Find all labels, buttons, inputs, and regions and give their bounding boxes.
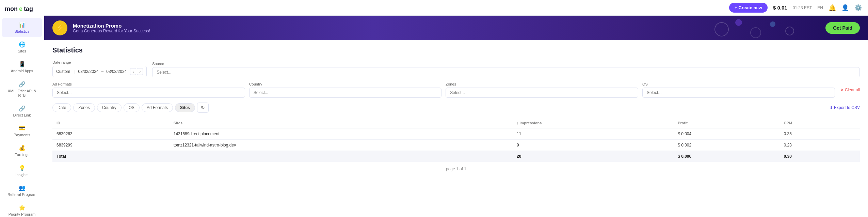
sidebar-item-payments[interactable]: 💳 Payments	[2, 122, 42, 141]
pagination: page 1 of 1	[52, 162, 860, 176]
col-sites: Sites	[170, 118, 513, 128]
footer-impressions: 20	[513, 151, 674, 162]
svg-point-2	[751, 28, 761, 38]
sidebar-item-earnings[interactable]: 💰 Earnings	[2, 141, 42, 160]
time-display: 01:23 EST	[793, 5, 812, 10]
col-profit: Profit	[674, 118, 779, 128]
get-paid-button[interactable]: Get Paid	[825, 22, 860, 34]
balance-display: $ 0.01	[773, 5, 787, 11]
sidebar-item-insights[interactable]: 💡 Insights	[2, 161, 42, 181]
os-label: OS	[642, 82, 835, 86]
source-group: Source	[152, 62, 860, 77]
content-area: Statistics Date range Custom | 03/02/202…	[44, 40, 868, 217]
referral-icon: 👥	[19, 185, 26, 191]
user-icon[interactable]: 👤	[841, 4, 849, 12]
sidebar-item-label: Direct Link	[13, 113, 31, 118]
cell-cpm: 0.23	[779, 140, 860, 151]
direct-link-icon: 🔗	[19, 105, 26, 112]
sidebar-item-priority[interactable]: ⭐ Priority Program	[2, 201, 42, 217]
date-next-button[interactable]: ›	[137, 68, 143, 75]
sidebar-item-label: Referral Program	[7, 192, 36, 197]
sidebar-item-direct-link[interactable]: 🔗 Direct Link	[2, 102, 42, 121]
settings-icon[interactable]: ⚙️	[854, 4, 862, 12]
svg-point-0	[715, 22, 728, 36]
cell-sites: 1431589direct.placement	[170, 128, 513, 140]
export-csv-button[interactable]: ⬇ Export to CSV	[830, 105, 860, 110]
col-impressions[interactable]: ↓ Impressions	[513, 118, 674, 128]
android-icon: 📱	[19, 61, 26, 67]
ad-formats-group: Ad Formats	[52, 82, 245, 98]
cell-impressions: 11	[513, 128, 674, 140]
promo-banner: ⚡ Monetization Promo Get a Generous Rewa…	[44, 16, 868, 40]
xml-icon: 🔗	[19, 81, 26, 88]
date-range-group: Date range Custom | 03/02/2024 – 03/03/2…	[52, 60, 147, 77]
date-preset: Custom	[56, 69, 70, 74]
topbar: + Create new $ 0.01 01:23 EST EN 🔔 👤 ⚙️	[44, 0, 868, 16]
sidebar-item-statistics[interactable]: 📊 Statistics	[2, 18, 42, 37]
zones-input[interactable]	[446, 88, 638, 98]
groupby-adformats-button[interactable]: Ad Formats	[142, 103, 173, 112]
statistics-icon: 📊	[19, 21, 26, 28]
cell-cpm: 0.35	[779, 128, 860, 140]
create-new-button[interactable]: + Create new	[729, 3, 768, 13]
table-footer-row: Total 20 $ 0.006 0.30	[52, 151, 860, 162]
cell-id: 6839299	[52, 140, 170, 151]
date-from: 03/02/2024	[78, 69, 98, 74]
ad-formats-label: Ad Formats	[52, 82, 245, 86]
country-input[interactable]	[249, 88, 442, 98]
footer-profit: $ 0.006	[674, 151, 779, 162]
table-row: 6839299 tomz12321-tailwind-astro-blog.de…	[52, 140, 860, 151]
svg-point-3	[770, 21, 775, 27]
groupby-sites-button[interactable]: Sites	[175, 103, 195, 112]
main-content: + Create new $ 0.01 01:23 EST EN 🔔 👤 ⚙️ …	[44, 0, 868, 217]
country-group: Country	[249, 82, 442, 98]
banner-subtitle: Get a Generous Reward for Your Success!	[73, 29, 150, 33]
cell-profit: $ 0.004	[674, 128, 779, 140]
filter-row-2: Ad Formats Country Zones OS ✕ Clear all	[52, 82, 860, 98]
footer-cpm: 0.30	[779, 151, 860, 162]
sidebar-item-label: Insights	[16, 173, 29, 177]
groupby-row: Date Zones Country OS Ad Formats Sites ↻…	[52, 103, 860, 113]
date-prev-button[interactable]: ‹	[130, 68, 136, 75]
logo: monetag	[0, 3, 44, 18]
date-range-input[interactable]: Custom | 03/02/2024 – 03/03/2024 ‹ ›	[52, 66, 147, 77]
filter-row-1: Date range Custom | 03/02/2024 – 03/03/2…	[52, 60, 860, 77]
sidebar-item-label: Earnings	[15, 153, 29, 157]
cell-impressions: 9	[513, 140, 674, 151]
ad-formats-input[interactable]	[52, 88, 245, 98]
groupby-zones-button[interactable]: Zones	[73, 103, 95, 112]
groupby-country-button[interactable]: Country	[97, 103, 122, 112]
refresh-button[interactable]: ↻	[197, 103, 209, 113]
groupby-os-button[interactable]: OS	[124, 103, 140, 112]
os-input[interactable]	[642, 88, 835, 98]
banner-text: Monetization Promo Get a Generous Reward…	[73, 23, 150, 33]
clear-all-button[interactable]: ✕ Clear all	[840, 88, 860, 92]
earnings-icon: 💰	[19, 145, 26, 151]
cell-profit: $ 0.002	[674, 140, 779, 151]
insights-icon: 💡	[19, 165, 26, 171]
statistics-table: ID Sites ↓ Impressions Profit CPM 683926…	[52, 118, 860, 162]
svg-point-1	[735, 19, 742, 26]
country-label: Country	[249, 82, 442, 86]
col-id: ID	[52, 118, 170, 128]
pagination-text: page 1 of 1	[446, 167, 466, 171]
footer-sites	[170, 151, 513, 162]
groupby-date-button[interactable]: Date	[52, 103, 71, 112]
sidebar-item-sites[interactable]: 🌐 Sites	[2, 38, 42, 57]
source-label: Source	[152, 62, 860, 66]
sidebar-item-xml[interactable]: 🔗 XML, Offer API & RTB	[2, 78, 42, 101]
table-row: 6839263 1431589direct.placement 11 $ 0.0…	[52, 128, 860, 140]
sidebar-item-label: Sites	[18, 49, 26, 53]
sidebar-item-label: Priority Program	[9, 212, 35, 217]
priority-icon: ⭐	[19, 204, 26, 211]
notifications-icon[interactable]: 🔔	[829, 4, 836, 12]
banner-decoration	[705, 16, 807, 40]
os-group: OS	[642, 82, 835, 98]
sidebar-item-android[interactable]: 📱 Android Apps	[2, 58, 42, 77]
sidebar-item-label: Android Apps	[11, 69, 33, 73]
source-input[interactable]	[152, 67, 860, 77]
payments-icon: 💳	[19, 125, 26, 131]
sidebar-item-referral[interactable]: 👥 Referral Program	[2, 181, 42, 200]
sidebar-item-label: Payments	[14, 133, 30, 137]
language-selector[interactable]: EN	[817, 5, 823, 10]
